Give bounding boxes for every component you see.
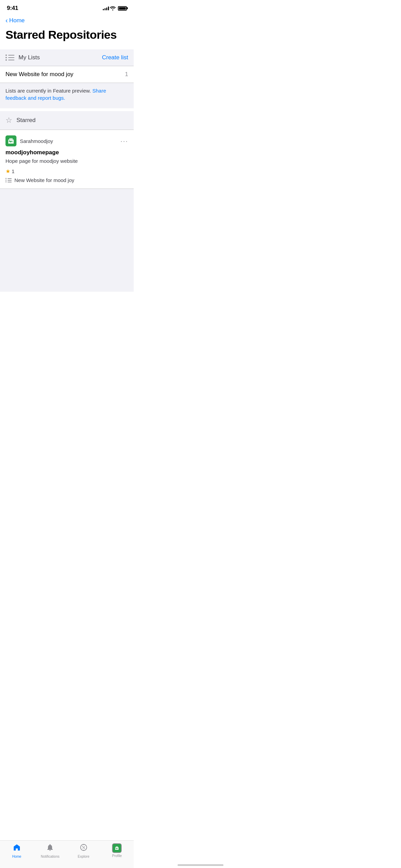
repo-list-icon (5, 178, 12, 182)
starred-section-header: ☆ Starred (0, 111, 134, 130)
back-button[interactable]: ‹ Home (0, 14, 134, 26)
repo-list-row: New Website for mood joy (5, 177, 128, 183)
list-item-name: New Website for mood joy (5, 71, 73, 78)
repo-description: Hope page for moodjoy website (5, 157, 128, 165)
repo-owner-name: Sarahmoodjoy (20, 138, 53, 144)
page-title: Starred Repositories (0, 26, 134, 49)
feature-notice: Lists are currently in Feature preview. … (0, 83, 134, 108)
svg-rect-3 (10, 141, 11, 142)
repo-stars-row: ★ 1 (5, 168, 128, 174)
repo-name: moodjoyhomepage (5, 149, 128, 156)
my-lists-header: My Lists Create list (0, 49, 134, 66)
repo-star-count: 1 (12, 168, 14, 174)
star-filled-icon: ★ (5, 168, 10, 174)
status-bar: 9:41 (0, 0, 134, 14)
svg-rect-5 (9, 141, 10, 142)
chevron-left-icon: ‹ (5, 16, 8, 24)
svg-rect-4 (11, 141, 12, 142)
repo-header: Sarahmoodjoy ··· (5, 135, 128, 146)
repo-owner-row: Sarahmoodjoy (5, 135, 53, 146)
list-item[interactable]: New Website for mood joy 1 (0, 66, 134, 83)
repo-avatar (5, 135, 16, 146)
svg-rect-2 (9, 138, 13, 140)
more-options-button[interactable]: ··· (120, 137, 128, 145)
empty-area (0, 189, 134, 292)
feature-notice-text: Lists are currently in Feature preview. (5, 88, 92, 94)
my-lists-label: My Lists (19, 54, 40, 61)
list-item-count: 1 (125, 71, 128, 78)
battery-icon (118, 6, 127, 11)
star-outline-icon: ☆ (5, 116, 12, 125)
back-label: Home (9, 17, 25, 24)
repo-card[interactable]: Sarahmoodjoy ··· moodjoyhomepage Hope pa… (0, 130, 134, 189)
create-list-button[interactable]: Create list (102, 54, 128, 61)
list-icon (5, 55, 14, 61)
starred-label: Starred (16, 117, 36, 124)
repo-list-name: New Website for mood joy (14, 177, 74, 183)
signal-icon (103, 6, 109, 10)
status-icons (103, 6, 127, 11)
my-lists-left: My Lists (5, 54, 40, 61)
status-time: 9:41 (7, 5, 18, 12)
wifi-icon (110, 6, 116, 11)
